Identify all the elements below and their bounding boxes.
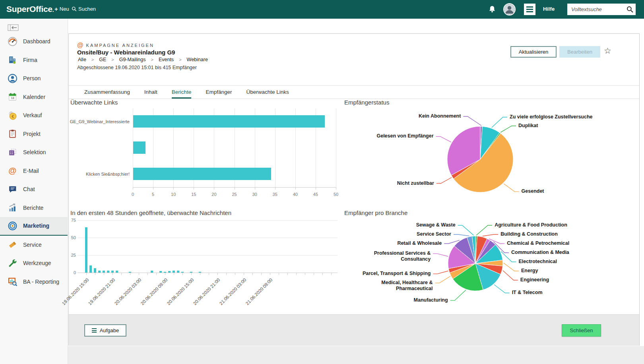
sidebar-item-chat[interactable]: Chat (0, 180, 68, 199)
edit-button[interactable]: Bearbeiten (559, 46, 600, 58)
bar[interactable] (199, 272, 201, 273)
pie-label: Chemical & Petrochemical (507, 240, 569, 246)
breadcrumb-item[interactable]: Webinare (187, 57, 208, 62)
tab-bar: Zusammenfassung Inhalt Berichte Empfänge… (69, 85, 639, 99)
tab-empfaenger[interactable]: Empfänger (206, 86, 232, 99)
leader-line (454, 234, 469, 236)
axis-tick (113, 273, 113, 275)
superoffice-logo[interactable]: SuperOffice. (6, 4, 54, 14)
bar[interactable] (164, 272, 166, 273)
tab-berichte[interactable]: Berichte (172, 86, 192, 99)
axis-tick (322, 273, 323, 275)
recipient-status-chart: Empfängerstatus Zu viele erfolglose Zust… (344, 99, 642, 199)
sidebar-item-selektion[interactable]: Selektion (0, 143, 68, 162)
bar[interactable] (133, 115, 325, 128)
bar[interactable] (107, 271, 109, 273)
bar[interactable] (159, 271, 162, 273)
bar[interactable] (98, 271, 101, 273)
bar[interactable] (173, 271, 175, 273)
sidebar-item-marketing[interactable]: Marketing (0, 217, 68, 236)
tab-ueberwachte-links[interactable]: Überwachte Links (246, 86, 289, 99)
sidebar-item-berichte[interactable]: Berichte (0, 199, 68, 217)
avatar-image (504, 4, 515, 15)
sidebar-item-verkauf[interactable]: $€ Verkauf (0, 106, 68, 125)
search-menu-button[interactable]: Suchen (72, 6, 96, 12)
sidebar-collapse-icon[interactable] (8, 24, 19, 31)
leader-line (433, 271, 448, 274)
search-submit-icon[interactable] (627, 6, 633, 13)
pie-label: Electrotechnical (518, 259, 557, 265)
axis-label: 25 (230, 192, 239, 197)
axis-label: 0 (128, 192, 138, 197)
axis-label: 40 (291, 192, 300, 197)
bar[interactable] (151, 271, 153, 273)
bar[interactable] (89, 265, 92, 273)
breadcrumb-item[interactable]: Alle (78, 57, 86, 62)
breadcrumb-item[interactable]: G9-Mailings (119, 57, 146, 62)
bar[interactable] (85, 227, 87, 273)
svg-text:18: 18 (11, 96, 14, 100)
axis-tick (235, 273, 235, 275)
breadcrumb-item[interactable]: Events (159, 57, 174, 62)
notifications-bell-icon[interactable] (488, 5, 496, 14)
tab-inhalt[interactable]: Inhalt (144, 86, 157, 99)
sidebar-item-person[interactable]: Person (0, 69, 68, 88)
breadcrumb-item[interactable]: GE (99, 57, 106, 62)
pie-label: Parcel, Transport & Shipping (363, 271, 431, 277)
bar[interactable] (94, 268, 96, 273)
sidebar-item-service[interactable]: Service (0, 236, 68, 254)
favorite-star-icon[interactable]: ☆ (604, 46, 611, 56)
axis-label: 5 (148, 192, 158, 197)
refresh-button[interactable]: Aktualisieren (510, 46, 557, 58)
pie (344, 207, 642, 322)
bar[interactable] (116, 271, 118, 273)
help-link[interactable]: Hilfe (543, 6, 555, 12)
leader-line (436, 136, 451, 142)
bar[interactable] (133, 168, 271, 180)
pie-label: Engineering (520, 277, 549, 283)
sidebar-item-projekt[interactable]: Projekt (0, 125, 68, 143)
leader-line (503, 271, 518, 280)
task-button[interactable]: Aufgabe (84, 324, 126, 337)
leader-line (483, 234, 498, 236)
bar[interactable] (168, 271, 171, 273)
sidebar-item-ba-reporting[interactable]: BA - Reporting (0, 273, 68, 291)
leader-line (436, 178, 452, 184)
axis-label: 30 (250, 192, 260, 197)
leader-line (476, 225, 492, 235)
axis-tick (182, 273, 183, 275)
sidebar-item-werkzeuge[interactable]: Werkzeuge (0, 254, 68, 273)
ticket-icon (8, 240, 17, 250)
axis-tick (217, 273, 218, 275)
sidebar-item-dashboard[interactable]: Dashboard (0, 32, 68, 51)
bar[interactable] (111, 271, 114, 273)
new-button[interactable]: + Neu (54, 6, 69, 12)
axis-tick (305, 273, 305, 275)
user-avatar[interactable] (503, 3, 516, 15)
fulltext-search-input[interactable] (571, 6, 627, 12)
axis-tick (287, 273, 288, 275)
chat-bubble-icon (8, 184, 17, 194)
fulltext-search (567, 4, 636, 15)
sidebar-item-email[interactable]: @ E-Mail (0, 162, 68, 180)
bar[interactable] (181, 272, 184, 273)
axis-tick (139, 273, 139, 275)
axis-tick (156, 273, 157, 275)
apps-menu-icon[interactable] (524, 4, 535, 15)
bar[interactable] (133, 141, 145, 154)
tab-zusammenfassung[interactable]: Zusammenfassung (84, 86, 130, 99)
bar[interactable] (103, 271, 105, 273)
axis-tick (314, 273, 314, 275)
bar[interactable] (177, 271, 179, 273)
bar[interactable] (190, 272, 192, 273)
category-label: Klicken Sie&nbsp;hier! (86, 172, 130, 176)
bar[interactable] (129, 272, 131, 273)
sidebar-item-firma[interactable]: Firma (0, 51, 68, 70)
report-monitor-icon (8, 277, 17, 287)
sidebar-item-kalender[interactable]: 18 Kalender (0, 88, 68, 106)
pie-label: Communication & Media (511, 250, 569, 256)
pie-label: Zu viele erfolglose Zustellversuche (510, 114, 592, 120)
close-button[interactable]: Schließen (562, 324, 601, 337)
tracked-links-chart-body: 05101520253035404550GE_G9_Webinar_Intere… (70, 99, 345, 199)
pie-label: Medical, Healthcare & Pharmaceutical (355, 280, 433, 292)
